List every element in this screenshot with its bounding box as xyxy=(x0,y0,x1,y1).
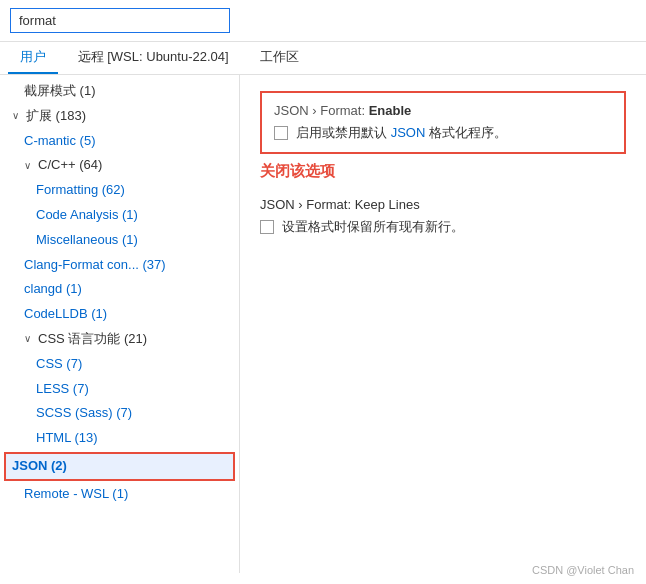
sidebar-item-json[interactable]: JSON (2) xyxy=(4,452,235,481)
tab-user[interactable]: 用户 xyxy=(8,42,58,74)
sidebar-item-screen-mode-label: 截屏模式 (1) xyxy=(24,81,96,102)
search-bar xyxy=(0,0,646,42)
sidebar-item-css[interactable]: CSS (7) xyxy=(0,352,239,377)
setting-json-format-keep-lines-desc: 设置格式时保留所有现有新行。 xyxy=(282,218,464,236)
sidebar-item-code-analysis[interactable]: Code Analysis (1) xyxy=(0,203,239,228)
sidebar-item-css-lang[interactable]: CSS 语言功能 (21) xyxy=(0,327,239,352)
sidebar-item-clangd[interactable]: clangd (1) xyxy=(0,277,239,302)
settings-main-panel: JSON › Format: Enable 启用或禁用默认 JSON 格式化程序… xyxy=(240,75,646,573)
sidebar-item-c-mantic[interactable]: C-mantic (5) xyxy=(0,129,239,154)
settings-sidebar: 截屏模式 (1) 扩展 (183) C-mantic (5) C/C++ (64… xyxy=(0,75,240,573)
search-input[interactable] xyxy=(10,8,230,33)
tabs-bar: 用户 远程 [WSL: Ubuntu-22.04] 工作区 xyxy=(0,42,646,75)
setting-json-format-keep-lines-checkbox[interactable] xyxy=(260,220,274,234)
tab-workspace[interactable]: 工作区 xyxy=(248,42,311,74)
sidebar-item-extensions-label: 扩展 (183) xyxy=(26,106,86,127)
watermark: CSDN @Violet Chan xyxy=(532,564,634,576)
tab-remote[interactable]: 远程 [WSL: Ubuntu-22.04] xyxy=(66,42,241,74)
sidebar-item-cpp-label: C/C++ (64) xyxy=(38,155,102,176)
cpp-arrow xyxy=(24,158,38,174)
main-content: 截屏模式 (1) 扩展 (183) C-mantic (5) C/C++ (64… xyxy=(0,75,646,573)
sidebar-item-codelldb[interactable]: CodeLLDB (1) xyxy=(0,302,239,327)
sidebar-item-formatting-label: Formatting (62) xyxy=(36,180,125,201)
sidebar-item-less[interactable]: LESS (7) xyxy=(0,377,239,402)
setting-json-format-enable-title: JSON › Format: Enable xyxy=(274,103,612,118)
setting-json-format-enable-desc: 启用或禁用默认 JSON 格式化程序。 xyxy=(296,124,507,142)
sidebar-item-clangd-label: clangd (1) xyxy=(24,279,82,300)
setting-json-format-enable-checkbox[interactable] xyxy=(274,126,288,140)
sidebar-item-code-analysis-label: Code Analysis (1) xyxy=(36,205,138,226)
sidebar-item-json-label: JSON (2) xyxy=(12,456,67,477)
sidebar-item-scss[interactable]: SCSS (Sass) (7) xyxy=(0,401,239,426)
sidebar-item-miscellaneous-label: Miscellaneous (1) xyxy=(36,230,138,251)
sidebar-item-html[interactable]: HTML (13) xyxy=(0,426,239,451)
sidebar-item-remote-wsl[interactable]: Remote - WSL (1) xyxy=(0,482,239,507)
sidebar-item-cpp[interactable]: C/C++ (64) xyxy=(0,153,239,178)
sidebar-item-less-label: LESS (7) xyxy=(36,379,89,400)
sidebar-item-scss-label: SCSS (Sass) (7) xyxy=(36,403,132,424)
sidebar-item-clang-format-label: Clang-Format con... (37) xyxy=(24,255,166,276)
extensions-arrow xyxy=(12,108,26,124)
sidebar-item-css-lang-label: CSS 语言功能 (21) xyxy=(38,329,147,350)
sidebar-item-codelldb-label: CodeLLDB (1) xyxy=(24,304,107,325)
sidebar-item-c-mantic-label: C-mantic (5) xyxy=(24,131,96,152)
sidebar-item-css-label: CSS (7) xyxy=(36,354,82,375)
tab-separator-2 xyxy=(241,42,249,74)
sidebar-item-screen-mode[interactable]: 截屏模式 (1) xyxy=(0,79,239,104)
setting-json-format-keep-lines-group: JSON › Format: Keep Lines 设置格式时保留所有现有新行。 xyxy=(260,197,626,236)
close-hint: 关闭该选项 xyxy=(260,162,626,181)
setting-json-format-keep-lines-row: 设置格式时保留所有现有新行。 xyxy=(260,218,626,236)
sidebar-item-formatting[interactable]: Formatting (62) xyxy=(0,178,239,203)
css-lang-arrow xyxy=(24,331,38,347)
sidebar-item-remote-wsl-label: Remote - WSL (1) xyxy=(24,484,128,505)
sidebar-item-clang-format[interactable]: Clang-Format con... (37) xyxy=(0,253,239,278)
setting-json-format-keep-lines-title: JSON › Format: Keep Lines xyxy=(260,197,626,212)
setting-json-format-enable-box: JSON › Format: Enable 启用或禁用默认 JSON 格式化程序… xyxy=(260,91,626,154)
sidebar-item-extensions[interactable]: 扩展 (183) xyxy=(0,104,239,129)
sidebar-item-html-label: HTML (13) xyxy=(36,428,98,449)
tab-separator-1 xyxy=(58,42,66,74)
setting-json-format-enable-row: 启用或禁用默认 JSON 格式化程序。 xyxy=(274,124,612,142)
sidebar-item-miscellaneous[interactable]: Miscellaneous (1) xyxy=(0,228,239,253)
